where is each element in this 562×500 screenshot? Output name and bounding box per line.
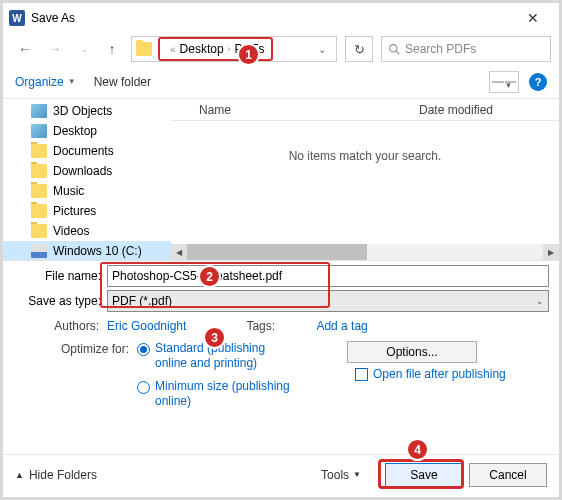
chevron-down-icon: ⌄: [536, 296, 544, 306]
checkbox-icon: [355, 368, 368, 381]
save-type-dropdown[interactable]: PDF (*.pdf) ⌄: [107, 290, 549, 312]
cancel-button[interactable]: Cancel: [469, 463, 547, 487]
scroll-right-icon[interactable]: ▶: [543, 244, 559, 260]
chevron-right-icon: ›: [228, 44, 231, 54]
optimize-minimum-radio[interactable]: Minimum size (publishing online): [137, 379, 297, 409]
radio-icon: [137, 343, 150, 356]
forward-button[interactable]: →: [41, 37, 69, 61]
new-folder-button[interactable]: New folder: [94, 75, 151, 89]
breadcrumb[interactable]: « Desktop › PDFs: [158, 37, 273, 61]
search-input[interactable]: Search PDFs: [381, 36, 551, 62]
address-bar[interactable]: « Desktop › PDFs ⌄: [131, 36, 337, 62]
downloads-icon: [31, 164, 47, 178]
nav-windows10[interactable]: Windows 10 (C:): [3, 241, 171, 260]
column-date[interactable]: Date modified: [419, 103, 559, 117]
tools-menu[interactable]: Tools▼: [321, 468, 361, 482]
file-list[interactable]: Name Date modified No items match your s…: [171, 99, 559, 260]
documents-icon: [31, 144, 47, 158]
hide-folders-toggle[interactable]: ▲ Hide Folders: [15, 468, 97, 482]
breadcrumb-item[interactable]: Desktop: [180, 42, 224, 56]
scroll-thumb[interactable]: [187, 244, 367, 260]
nav-videos[interactable]: Videos: [3, 221, 171, 241]
refresh-button[interactable]: ↻: [345, 36, 373, 62]
radio-icon: [137, 381, 150, 394]
search-icon: [388, 43, 401, 56]
3d-objects-icon: [31, 104, 47, 118]
up-button[interactable]: ↑: [101, 38, 123, 60]
empty-message: No items match your search.: [171, 149, 559, 163]
authors-label: Authors:: [39, 319, 107, 333]
column-name[interactable]: Name: [171, 103, 419, 117]
nav-pictures[interactable]: Pictures: [3, 201, 171, 221]
file-name-label: File name:: [13, 269, 107, 283]
help-button[interactable]: ?: [529, 73, 547, 91]
add-tag-link[interactable]: Add a tag: [316, 319, 367, 333]
navigation-pane[interactable]: 3D Objects Desktop Documents Downloads M…: [3, 99, 171, 260]
breadcrumb-prefix: «: [170, 44, 176, 55]
open-after-checkbox[interactable]: Open file after publishing: [355, 367, 506, 381]
tags-label: Tags:: [246, 319, 316, 333]
svg-line-1: [396, 51, 399, 54]
author-link[interactable]: Eric Goodnight: [107, 319, 186, 333]
folder-icon: [136, 42, 152, 56]
pictures-icon: [31, 204, 47, 218]
optimize-label: Optimize for:: [39, 341, 137, 356]
nav-documents[interactable]: Documents: [3, 141, 171, 161]
back-button[interactable]: ←: [11, 37, 39, 61]
desktop-icon: [31, 124, 47, 138]
chevron-up-icon: ▲: [15, 470, 24, 480]
nav-3d-objects[interactable]: 3D Objects: [3, 101, 171, 121]
file-name-input[interactable]: [107, 265, 549, 287]
svg-point-0: [390, 44, 397, 51]
organize-menu[interactable]: Organize▼: [15, 75, 76, 89]
save-button[interactable]: Save: [385, 463, 463, 487]
nav-desktop[interactable]: Desktop: [3, 121, 171, 141]
word-icon: W: [9, 10, 25, 26]
view-menu[interactable]: ▼: [489, 71, 519, 93]
save-type-label: Save as type:: [13, 294, 107, 308]
recent-dropdown[interactable]: ⌄: [71, 37, 99, 61]
videos-icon: [31, 224, 47, 238]
horizontal-scrollbar[interactable]: ◀ ▶: [171, 244, 559, 260]
drive-icon: [31, 244, 47, 258]
scroll-left-icon[interactable]: ◀: [171, 244, 187, 260]
breadcrumb-item[interactable]: PDFs: [235, 42, 265, 56]
address-dropdown[interactable]: ⌄: [312, 44, 332, 55]
nav-downloads[interactable]: Downloads: [3, 161, 171, 181]
window-title: Save As: [31, 11, 75, 25]
nav-music[interactable]: Music: [3, 181, 171, 201]
optimize-standard-radio[interactable]: Standard (publishing online and printing…: [137, 341, 297, 371]
search-placeholder: Search PDFs: [405, 42, 476, 56]
music-icon: [31, 184, 47, 198]
close-button[interactable]: ✕: [513, 3, 553, 33]
options-button[interactable]: Options...: [347, 341, 477, 363]
